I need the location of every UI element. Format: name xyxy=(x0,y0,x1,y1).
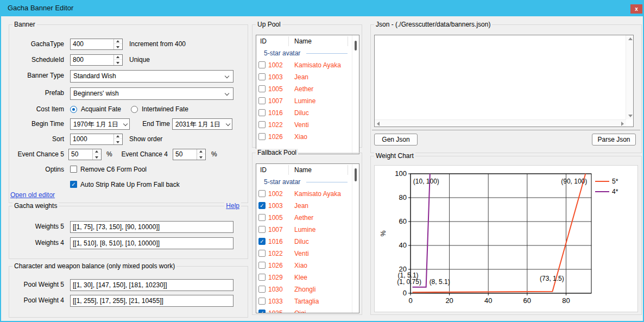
row-checkbox[interactable] xyxy=(258,190,266,197)
sort-spinner[interactable]: 1000 xyxy=(70,134,123,145)
pool-row[interactable]: 1005Aether xyxy=(256,212,352,224)
gacha-weights-group-label: Gacha weights xyxy=(12,202,59,210)
acquaint-fate-radio[interactable] xyxy=(70,106,77,113)
open-old-editor-link[interactable]: Open old editor xyxy=(10,191,55,199)
scrollbar-thumb[interactable] xyxy=(355,168,357,181)
pool-row[interactable]: 1033Tartaglia xyxy=(256,295,352,307)
pool-row[interactable]: 1007Lumine xyxy=(256,95,352,107)
column-header-id[interactable]: ID xyxy=(260,164,267,176)
pool-row[interactable]: 1030Zhongli xyxy=(256,283,352,295)
row-checkbox[interactable] xyxy=(258,274,266,281)
column-header-name[interactable]: Name xyxy=(294,35,312,47)
pool-row[interactable]: 1022Venti xyxy=(256,248,352,260)
row-checkbox[interactable] xyxy=(258,73,266,80)
spin-down-button[interactable] xyxy=(114,45,122,49)
pool-weight-4-input[interactable] xyxy=(70,295,233,307)
row-checkbox[interactable] xyxy=(258,262,266,269)
up-pool-list: ID Name 5-star avatar 1002Kamisato Ayaka… xyxy=(256,35,359,154)
row-id: 1016 xyxy=(268,107,283,119)
fallback-pool-group-label: Fallback Pool xyxy=(256,149,298,156)
y-tick-label: 60 xyxy=(399,217,407,225)
row-checkbox[interactable] xyxy=(258,121,266,128)
row-name: Jean xyxy=(294,71,308,83)
prefab-select[interactable]: Beginners' wish xyxy=(70,87,233,100)
remove-c6-checkbox[interactable] xyxy=(70,166,77,173)
pool-row[interactable]: 1016Diluc xyxy=(256,107,352,119)
intertwined-fate-radio[interactable] xyxy=(131,106,138,113)
pool-row[interactable]: 1005Aether xyxy=(256,83,352,95)
begin-time-picker[interactable]: 1970年 1月 1日 xyxy=(70,118,130,130)
row-id: 1003 xyxy=(268,200,283,212)
row-name: Lumine xyxy=(294,224,315,236)
pool-row[interactable]: 1026Xiao xyxy=(256,131,352,143)
pool-row[interactable]: 1029Klee xyxy=(256,272,352,283)
up-pool-scrollbar[interactable] xyxy=(352,35,359,154)
fallback-pool-scrollbar[interactable] xyxy=(352,164,359,313)
json-horizontal-scrollbar[interactable] xyxy=(375,119,626,127)
pool-row[interactable]: ✓1003Jean xyxy=(256,200,352,212)
row-checkbox[interactable] xyxy=(258,250,266,257)
row-checkbox[interactable]: ✓ xyxy=(258,238,266,245)
weights-5-input[interactable] xyxy=(70,221,233,233)
row-id: 1005 xyxy=(268,83,283,95)
column-header-id[interactable]: ID xyxy=(260,35,267,47)
pool-row[interactable]: 1026Xiao xyxy=(256,260,352,272)
gen-json-button[interactable]: Gen Json xyxy=(374,134,418,146)
row-checkbox[interactable] xyxy=(258,109,266,116)
auto-strip-checkbox[interactable]: ✓ xyxy=(70,181,77,188)
row-checkbox[interactable]: ✓ xyxy=(258,310,266,313)
pool-row[interactable]: 1002Kamisato Ayaka xyxy=(256,59,352,71)
scroll-right-arrow-icon[interactable] xyxy=(621,122,624,126)
spin-down-button[interactable] xyxy=(197,155,205,160)
end-time-picker[interactable]: 2031年 1月 1日 xyxy=(172,118,232,130)
row-checkbox[interactable] xyxy=(258,286,266,293)
star-group-separator: 5-star avatar xyxy=(256,47,352,59)
json-vertical-scrollbar[interactable] xyxy=(626,35,633,119)
row-checkbox[interactable] xyxy=(258,85,266,92)
pool-row[interactable]: ✓1016Diluc xyxy=(256,236,352,248)
gacha-type-spinner[interactable]: 400 xyxy=(70,39,123,50)
row-name: Venti xyxy=(294,119,309,131)
spin-up-button[interactable] xyxy=(114,39,122,44)
x-tick-label: 80 xyxy=(562,296,570,305)
pool-row[interactable]: 1002Kamisato Ayaka xyxy=(256,188,352,200)
scroll-up-arrow-icon[interactable] xyxy=(628,37,633,40)
point-annotation: (90, 100) xyxy=(561,178,587,185)
pool-weight-5-label: Pool Weight 5 xyxy=(9,279,64,291)
schedule-id-spinner[interactable]: 800 xyxy=(70,54,123,66)
x-tick-label: 0 xyxy=(408,296,412,305)
row-checkbox[interactable] xyxy=(258,298,266,305)
event-chance-4-spinner[interactable]: 50 xyxy=(173,149,206,160)
json-textarea[interactable] xyxy=(374,35,634,127)
pool-row[interactable]: 1007Lumine xyxy=(256,224,352,236)
row-checkbox[interactable] xyxy=(258,226,266,233)
spin-down-button[interactable] xyxy=(114,140,122,144)
weights-4-input[interactable] xyxy=(70,237,233,249)
pool-weight-5-input[interactable] xyxy=(70,279,233,291)
spin-up-button[interactable] xyxy=(114,55,122,60)
help-link[interactable]: Help xyxy=(224,202,241,210)
row-checkbox[interactable] xyxy=(258,133,266,140)
pool-row[interactable]: 1003Jean xyxy=(256,71,352,83)
parse-json-button[interactable]: Parse Json xyxy=(592,134,636,146)
spin-up-button[interactable] xyxy=(114,134,122,139)
up-pool-rows: 1002Kamisato Ayaka1003Jean1005Aether1007… xyxy=(256,59,352,154)
pool-row[interactable]: 1022Venti xyxy=(256,119,352,131)
column-header-name[interactable]: Name xyxy=(294,164,312,176)
row-checkbox[interactable] xyxy=(258,97,266,104)
scroll-left-arrow-icon[interactable] xyxy=(377,122,380,126)
titlebar[interactable]: Gacha Banner Editor x xyxy=(0,0,644,16)
banner-type-select[interactable]: Standard Wish xyxy=(70,70,233,83)
spin-down-button[interactable] xyxy=(114,60,122,65)
row-id: 1007 xyxy=(268,95,283,107)
spin-up-button[interactable] xyxy=(197,149,205,154)
row-checkbox[interactable] xyxy=(258,61,266,68)
scrollbar-thumb[interactable] xyxy=(355,41,357,50)
close-button[interactable]: x xyxy=(630,4,642,14)
legend-label: 5* xyxy=(612,178,618,185)
pool-row[interactable]: ✓1035Qiqi xyxy=(256,307,352,313)
row-id: 1035 xyxy=(268,307,283,313)
scroll-down-arrow-icon[interactable] xyxy=(628,115,633,117)
row-checkbox[interactable]: ✓ xyxy=(258,202,266,209)
row-checkbox[interactable] xyxy=(258,214,266,221)
